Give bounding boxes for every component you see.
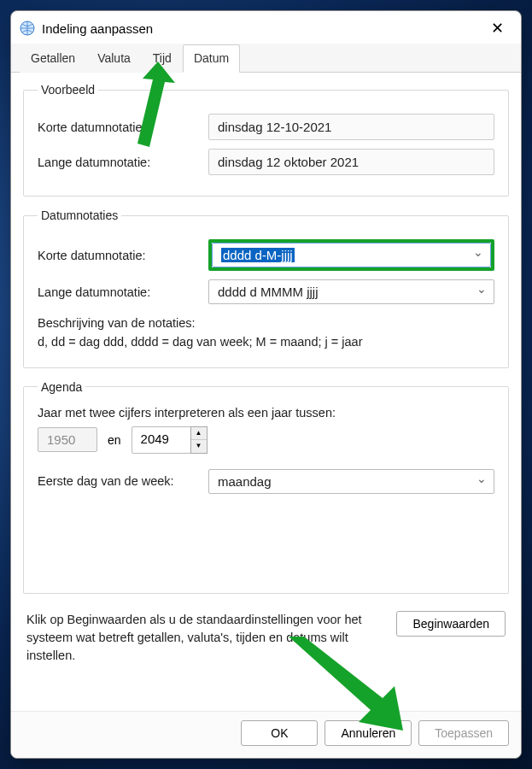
interpret-label: Jaar met twee cijfers interpreteren als …	[38, 406, 494, 420]
year-from: 1950	[38, 427, 97, 452]
tab-tijd[interactable]: Tijd	[142, 44, 183, 73]
format-desc-line1: Beschrijving van de notaties:	[38, 314, 494, 333]
format-desc: Beschrijving van de notaties: d, dd = da…	[38, 314, 494, 352]
window-title: Indeling aanpassen	[42, 21, 482, 36]
cancel-button[interactable]: Annuleren	[324, 720, 412, 746]
reset-text: Klik op Beginwaarden als u de standaardi…	[26, 611, 384, 665]
and-label: en	[108, 433, 121, 447]
format-desc-line2: d, dd = dag ddd, dddd = dag van week; M …	[38, 333, 494, 352]
titlebar: Indeling aanpassen ✕	[11, 11, 521, 44]
short-format-combo[interactable]: dddd d-M-jjjj	[212, 243, 491, 267]
globe-icon	[20, 21, 35, 36]
short-preview-value: dinsdag 12-10-2021	[208, 114, 494, 140]
first-day-combo[interactable]: maandag	[208, 469, 494, 494]
tab-valuta[interactable]: Valuta	[86, 44, 142, 73]
short-format-label: Korte datumnotatie:	[38, 249, 208, 262]
dialog-body: Voorbeeld Korte datumnotatie: dinsdag 12…	[11, 73, 521, 711]
formats-legend: Datumnotaties	[38, 208, 121, 222]
long-format-label: Lange datumnotatie:	[38, 285, 208, 299]
preview-group: Voorbeeld Korte datumnotatie: dinsdag 12…	[23, 83, 509, 197]
year-spinner: ▲ ▼	[190, 426, 208, 454]
preview-legend: Voorbeeld	[38, 83, 98, 97]
agenda-legend: Agenda	[38, 380, 85, 394]
first-day-label: Eerste dag van de week:	[38, 474, 208, 488]
dialog-window: Indeling aanpassen ✕ Getallen Valuta Tij…	[10, 10, 522, 759]
reset-area: Klik op Beginwaarden als u de standaardi…	[23, 606, 509, 677]
short-format-highlight: dddd d-M-jjjj	[208, 239, 494, 271]
long-preview-label: Lange datumnotatie:	[38, 156, 208, 169]
long-preview-value: dinsdag 12 oktober 2021	[208, 149, 494, 175]
apply-button[interactable]: Toepassen	[418, 720, 509, 746]
ok-button[interactable]: OK	[241, 720, 318, 746]
agenda-group: Agenda Jaar met twee cijfers interpreter…	[23, 380, 509, 594]
short-preview-label: Korte datumnotatie:	[38, 120, 208, 134]
short-format-value: dddd d-M-jjjj	[221, 248, 295, 262]
tab-strip: Getallen Valuta Tijd Datum	[11, 44, 521, 73]
long-format-combo[interactable]: dddd d MMMM jjjj	[208, 279, 494, 304]
spinner-down[interactable]: ▼	[191, 440, 207, 453]
reset-button[interactable]: Beginwaarden	[396, 611, 506, 637]
dialog-footer: OK Annuleren Toepassen	[11, 711, 521, 758]
tab-datum[interactable]: Datum	[183, 44, 240, 73]
spinner-up[interactable]: ▲	[191, 427, 207, 440]
formats-group: Datumnotaties Korte datumnotatie: dddd d…	[23, 208, 509, 368]
close-button[interactable]: ✕	[482, 17, 512, 39]
year-to[interactable]: 2049	[132, 426, 191, 454]
tab-getallen[interactable]: Getallen	[20, 44, 86, 73]
